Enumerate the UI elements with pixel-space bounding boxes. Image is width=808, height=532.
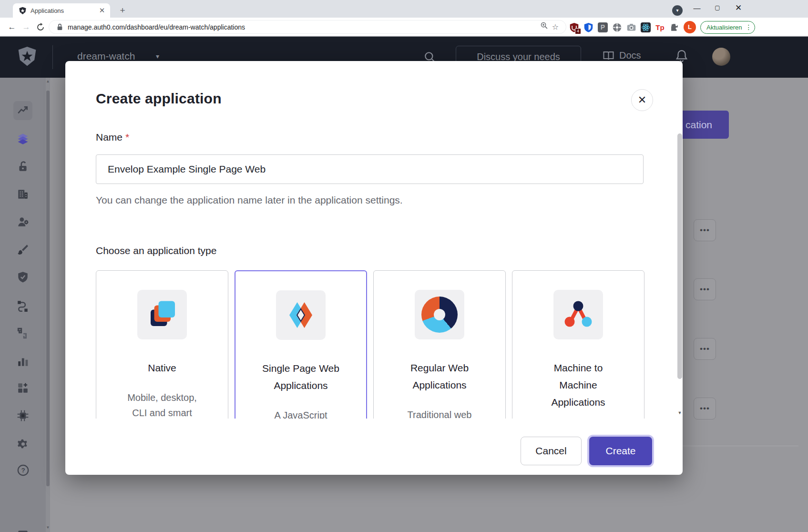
type-card-m2m[interactable]: Machine to Machine Applications	[512, 270, 644, 419]
back-button[interactable]: ←	[6, 21, 18, 33]
authentication-lock-icon[interactable]	[15, 159, 31, 174]
card-title-line: Machine	[551, 377, 605, 394]
card-title-line: Machine to	[551, 359, 605, 377]
extensions-row: 4 P Tp L Aktualisieren ⋮	[569, 20, 755, 34]
create-application-modal: Create application ✕ Name * You can chan…	[65, 61, 683, 475]
p-extension-icon[interactable]: P	[598, 22, 608, 32]
row-menu-button[interactable]: •••	[694, 219, 716, 241]
name-help-text: You can change the application name late…	[96, 194, 403, 206]
url-text[interactable]: manage.auth0.com/dashboard/eu/dream-watc…	[68, 23, 538, 31]
sidebar-item-partial[interactable]	[15, 522, 31, 532]
window-close-button[interactable]: ✕	[728, 0, 749, 16]
docs-book-icon	[603, 51, 614, 61]
modal-scroll-down-icon[interactable]: ▼	[677, 410, 682, 415]
forward-button[interactable]: →	[20, 21, 32, 33]
sidebar-scroll-up-icon[interactable]: ▲	[46, 79, 50, 83]
tenant-switcher[interactable]: dream-watch	[77, 51, 135, 62]
card-title-line: Single Page Web	[262, 360, 339, 377]
application-name-input[interactable]	[96, 154, 644, 184]
row-menu-button[interactable]: •••	[694, 398, 716, 419]
type-card-spa[interactable]: Single Page Web Applications A JavaScrip…	[235, 270, 367, 419]
branding-brush-icon[interactable]	[15, 242, 31, 257]
ublock-shield-icon[interactable]: 4	[569, 22, 579, 32]
svg-text:?: ?	[21, 467, 25, 474]
card-description: Traditional web	[408, 407, 472, 419]
table-divider	[683, 446, 798, 446]
ublock-badge: 4	[575, 28, 581, 34]
monitoring-bars-icon[interactable]	[15, 354, 31, 369]
modal-close-icon[interactable]: ✕	[631, 89, 653, 111]
activity-icon[interactable]	[15, 103, 31, 118]
user-management-icon[interactable]	[15, 214, 31, 229]
sidebar-scroll-down-icon[interactable]: ▼	[46, 525, 50, 530]
required-marker: *	[125, 132, 129, 143]
actions-flow-icon[interactable]	[15, 298, 31, 313]
applications-layers-icon[interactable]	[15, 131, 31, 146]
bitwarden-shield-icon[interactable]	[583, 22, 593, 32]
sidebar-scrollbar-thumb[interactable]	[46, 91, 50, 486]
tab-title: Applications	[31, 7, 98, 14]
new-tab-button[interactable]: +	[117, 5, 128, 16]
spa-diamonds-icon	[276, 290, 326, 340]
card-description: A JavaScript	[274, 408, 327, 419]
reload-icon	[36, 23, 45, 31]
window-maximize-button[interactable]: ▢	[707, 0, 728, 16]
bookmark-star-icon[interactable]: ☆	[550, 21, 561, 33]
create-application-button-partial[interactable]: cation	[683, 111, 729, 139]
help-icon[interactable]: ?	[15, 462, 31, 478]
camera-icon[interactable]	[626, 22, 636, 32]
header-divider	[52, 45, 53, 69]
window-minimize-button[interactable]: —	[686, 0, 707, 16]
modal-title: Create application	[96, 91, 222, 107]
type-card-native[interactable]: Native Mobile, desktop, CLI and smart	[96, 270, 228, 419]
card-title-line: Regular Web	[410, 359, 469, 377]
auth0-logo[interactable]	[17, 46, 37, 68]
browser-profile-avatar[interactable]: L	[684, 21, 696, 33]
card-title-line: Native	[148, 359, 176, 377]
sidebar-nav: ?	[0, 78, 46, 532]
user-avatar[interactable]	[712, 48, 730, 66]
update-label: Aktualisieren	[706, 24, 742, 31]
reload-button[interactable]	[34, 21, 47, 33]
m2m-nodes-icon	[553, 290, 603, 339]
chevron-down-icon: ▾	[156, 52, 159, 60]
choose-type-label: Choose an application type	[96, 245, 216, 256]
card-title-line: Applications	[410, 377, 469, 394]
auth0-favicon-icon	[19, 7, 27, 15]
application-type-cards: Native Mobile, desktop, CLI and smart Si…	[96, 270, 646, 419]
target-icon[interactable]	[612, 22, 622, 32]
modal-scrollbar-thumb[interactable]	[677, 133, 682, 379]
padlock-icon	[57, 23, 63, 31]
tab-close-icon[interactable]: ✕	[98, 6, 106, 15]
extensions-chip-icon[interactable]	[15, 408, 31, 423]
browser-tab-strip: Applications ✕ + ▾ — ▢ ✕	[0, 0, 808, 18]
chrome-profile-chevron-icon[interactable]: ▾	[672, 5, 683, 16]
native-stacked-squares-icon	[137, 290, 187, 339]
cancel-button[interactable]: Cancel	[521, 437, 582, 465]
docs-link[interactable]: Docs	[603, 50, 641, 61]
type-card-regular-web[interactable]: Regular Web Applications Traditional web	[373, 270, 506, 419]
organizations-building-icon[interactable]	[15, 186, 31, 202]
card-title-line: Applications	[551, 394, 605, 411]
auth-pipeline-icon[interactable]	[15, 326, 31, 341]
card-description: Mobile, desktop, CLI and smart	[120, 390, 204, 419]
name-label: Name	[96, 132, 123, 143]
page-zoom-icon[interactable]	[538, 21, 550, 33]
regular-web-donut-icon	[415, 290, 464, 339]
chrome-update-button[interactable]: Aktualisieren ⋮	[700, 21, 755, 34]
settings-gear-icon[interactable]	[15, 436, 31, 451]
tp-extension-icon[interactable]: Tp	[655, 22, 665, 32]
address-bar[interactable]: manage.auth0.com/dashboard/eu/dream-watc…	[49, 20, 566, 34]
security-shield-icon[interactable]	[15, 269, 31, 285]
modal-footer: Cancel Create	[65, 427, 683, 475]
docs-label: Docs	[619, 50, 641, 61]
puzzle-extensions-icon[interactable]	[669, 22, 679, 32]
row-menu-button[interactable]: •••	[694, 278, 716, 300]
react-devtools-icon[interactable]	[641, 22, 651, 32]
card-title-line: Applications	[262, 377, 339, 394]
browser-tab[interactable]: Applications ✕	[13, 3, 110, 18]
marketplace-icon[interactable]	[15, 380, 31, 396]
create-button[interactable]: Create	[589, 437, 652, 465]
row-menu-button[interactable]: •••	[694, 338, 716, 360]
browser-menu-kebab-icon[interactable]: ⋮	[745, 23, 752, 31]
